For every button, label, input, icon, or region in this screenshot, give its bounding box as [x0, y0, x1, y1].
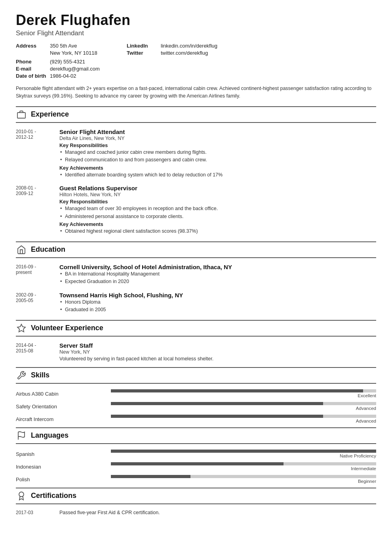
certifications-icon	[16, 490, 27, 501]
list-item: Identified alternate boarding system whi…	[59, 172, 376, 179]
bar-fill	[111, 450, 376, 453]
entry-content: Cornell University, School of Hotel Admi…	[59, 264, 376, 286]
entry-subtitle: Hilton Hotels, New York, NY	[59, 192, 376, 197]
contact-right: LinkedIn linkedin.com/in/derekflug Twitt…	[127, 43, 376, 79]
volunteer-list: 2014-04 -2015-08 Server Staff New York, …	[16, 342, 376, 362]
svg-point-4	[19, 492, 24, 497]
cert-entry: 2017-03 Passed five-year First Aid & CPR…	[16, 510, 376, 515]
bar-fill	[111, 475, 190, 478]
achievements-list: Identified alternate boarding system whi…	[59, 172, 376, 179]
bar-fill	[111, 402, 323, 405]
language-row: Polish Beginner	[16, 475, 376, 484]
responsibilities-heading: Key Responsibilities	[59, 199, 376, 205]
language-bar-area: Native Proficiency	[111, 450, 376, 458]
bar-track	[111, 402, 376, 405]
list-item: Managed and coached junior cabin crew me…	[59, 149, 376, 156]
entry-dates: 2010-01 -2012-12	[16, 128, 55, 180]
svg-marker-2	[17, 324, 25, 332]
volunteer-section-header: Volunteer Experience	[16, 320, 376, 337]
certifications-list: 2017-03 Passed five-year First Aid & CPR…	[16, 510, 376, 515]
language-bar-area: Beginner	[111, 475, 376, 484]
linkedin: linkedin.com/in/derekflug	[161, 43, 217, 49]
language-level: Intermediate	[351, 466, 376, 471]
entry-content: Server Staff New York, NY Volunteered by…	[59, 342, 376, 362]
address-line2: New York, NY 10118	[50, 50, 97, 56]
achievements-list: Obtained highest regional client satisfa…	[59, 228, 376, 235]
skill-level: Advanced	[356, 406, 376, 411]
experience-title: Experience	[31, 110, 69, 119]
list-item: BA in International Hospitality Manageme…	[59, 271, 376, 278]
language-level: Beginner	[358, 479, 376, 484]
email: derekflug@gmail.com	[50, 66, 100, 72]
edu-bullets: BA in International Hospitality Manageme…	[59, 271, 376, 285]
cert-date: 2017-03	[16, 510, 55, 515]
entry-dates: 2016-09 -present	[16, 264, 55, 286]
skill-row: Safety Orientation Advanced	[16, 402, 376, 411]
achievements-heading: Key Achievements	[59, 222, 376, 227]
experience-entry: 2008-01 -2009-12 Guest Relations Supervi…	[16, 185, 376, 236]
certifications-title: Certifications	[31, 492, 76, 500]
education-entry: 2002-09 -2005-05 Townsend Harris High Sc…	[16, 292, 376, 314]
experience-list: 2010-01 -2012-12 Senior Flight Attendant…	[16, 128, 376, 236]
skill-bar-area: Advanced	[111, 402, 376, 411]
skill-bar-area: Advanced	[111, 415, 376, 423]
entry-content: Senior Flight Attendant Delta Air Lines,…	[59, 128, 376, 180]
skill-row: Airbus A380 Cabin Excellent	[16, 389, 376, 398]
full-name: Derek Flughafen	[16, 12, 376, 29]
list-item: Obtained highest regional client satisfa…	[59, 228, 376, 235]
language-name: Spanish	[16, 450, 103, 457]
entry-title: Guest Relations Supervisor	[59, 185, 376, 191]
list-item: Expected Graduation in 2020	[59, 278, 376, 285]
entry-dates: 2014-04 -2015-08	[16, 342, 55, 362]
skill-name: Airbus A380 Cabin	[16, 389, 103, 397]
job-title: Senior Flight Attendant	[16, 29, 376, 37]
responsibilities-list: Managed team of over 30 employees in rec…	[59, 205, 376, 220]
languages-list: Spanish Native Proficiency Indonesian In…	[16, 450, 376, 484]
languages-section-header: Languages	[16, 427, 376, 444]
twitter: twitter.com/derekflug	[161, 50, 208, 56]
dob-label: Date of birth	[16, 73, 48, 79]
education-icon	[16, 244, 27, 255]
phone-label: Phone	[16, 59, 48, 65]
entry-content: Guest Relations Supervisor Hilton Hotels…	[59, 185, 376, 236]
entry-dates: 2002-09 -2005-05	[16, 292, 55, 314]
certifications-section-header: Certifications	[16, 488, 376, 504]
entry-title: Cornell University, School of Hotel Admi…	[59, 264, 376, 270]
entry-content: Townsend Harris High School, Flushing, N…	[59, 292, 376, 314]
volunteer-entry: 2014-04 -2015-08 Server Staff New York, …	[16, 342, 376, 362]
education-entry: 2016-09 -present Cornell University, Sch…	[16, 264, 376, 286]
skills-title: Skills	[31, 371, 49, 379]
skills-list: Airbus A380 Cabin Excellent Safety Orien…	[16, 389, 376, 423]
experience-entry: 2010-01 -2012-12 Senior Flight Attendant…	[16, 128, 376, 180]
email-label: E-mail	[16, 66, 48, 72]
bar-fill	[111, 415, 323, 418]
education-title: Education	[31, 245, 65, 254]
list-item: Relayed communication to and from passen…	[59, 157, 376, 164]
address-line1: 350 5th Ave	[50, 43, 77, 49]
bar-fill	[111, 389, 363, 392]
entry-dates: 2008-01 -2009-12	[16, 185, 55, 236]
skills-icon	[16, 370, 27, 381]
dob: 1986-04-02	[50, 73, 76, 79]
languages-title: Languages	[31, 431, 69, 440]
education-section-header: Education	[16, 241, 376, 258]
linkedin-label: LinkedIn	[127, 43, 158, 49]
list-item: Graduated in 2005	[59, 306, 376, 314]
cert-desc: Passed five-year First Aid & CPR certifi…	[59, 510, 376, 515]
education-list: 2016-09 -present Cornell University, Sch…	[16, 264, 376, 314]
bar-track	[111, 475, 376, 478]
entry-subtitle: Delta Air Lines, New York, NY	[59, 136, 376, 141]
responsibilities-heading: Key Responsibilities	[59, 143, 376, 148]
volunteer-icon	[16, 323, 27, 334]
skill-bar-area: Excellent	[111, 389, 376, 398]
skill-level: Excellent	[358, 393, 376, 398]
entry-title: Townsend Harris High School, Flushing, N…	[59, 292, 376, 299]
svg-rect-0	[17, 113, 25, 118]
bar-track	[111, 462, 376, 465]
list-item: Administered personal assistance to corp…	[59, 213, 376, 220]
bar-track	[111, 415, 376, 418]
volunteer-title: Volunteer Experience	[31, 324, 103, 332]
bar-fill	[111, 462, 284, 465]
skills-section-header: Skills	[16, 367, 376, 384]
list-item: Honors Diploma	[59, 299, 376, 306]
